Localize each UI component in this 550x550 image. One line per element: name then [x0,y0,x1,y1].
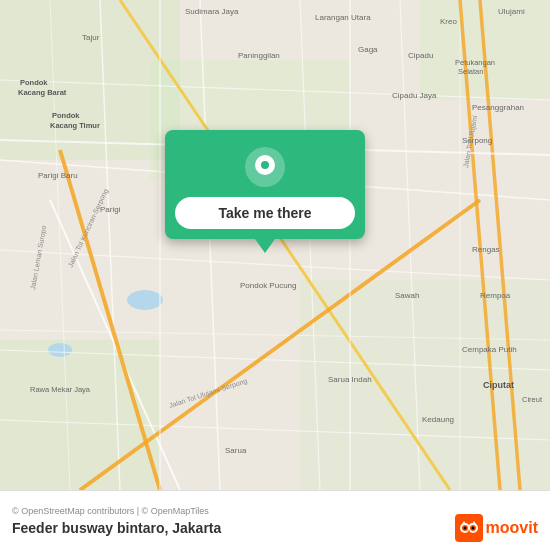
svg-text:Parigi: Parigi [100,205,121,214]
svg-text:Cireut: Cireut [522,395,543,404]
svg-text:Cipadu: Cipadu [408,51,433,60]
svg-text:Sarua Indah: Sarua Indah [328,375,372,384]
svg-point-73 [471,527,474,530]
svg-text:Rawa Mekar Jaya: Rawa Mekar Jaya [30,385,91,394]
location-popup: Take me there [165,130,365,239]
svg-text:Pondok Pucung: Pondok Pucung [240,281,297,290]
svg-text:Kacang Barat: Kacang Barat [18,88,67,97]
svg-text:Rempoa: Rempoa [480,291,511,300]
svg-text:Gaga: Gaga [358,45,378,54]
svg-point-7 [48,343,72,357]
svg-point-72 [463,527,466,530]
svg-text:Pondok: Pondok [20,78,48,87]
take-me-there-button[interactable]: Take me there [175,197,355,229]
svg-text:Cempaka Putih: Cempaka Putih [462,345,517,354]
svg-text:Parigi Baru: Parigi Baru [38,171,78,180]
svg-text:Petukangan: Petukangan [455,58,495,67]
svg-point-6 [127,290,163,310]
svg-text:Larangan Utara: Larangan Utara [315,13,371,22]
moovit-brand-name: moovit [486,519,538,537]
svg-text:Ulujami: Ulujami [498,7,525,16]
svg-text:Tajur: Tajur [82,33,100,42]
svg-text:Rengas: Rengas [472,245,500,254]
svg-text:Kacang Timur: Kacang Timur [50,121,100,130]
svg-text:Kreo: Kreo [440,17,457,26]
bottom-bar: © OpenStreetMap contributors | © OpenMap… [0,490,550,550]
location-pin-icon [243,145,287,189]
svg-text:Sarua: Sarua [225,446,247,455]
map-container: Sudimara Jaya Larangan Utara Kreo Ulujam… [0,0,550,490]
svg-text:Kedaung: Kedaung [422,415,454,424]
svg-text:Sawah: Sawah [395,291,419,300]
svg-text:Cipadu Jaya: Cipadu Jaya [392,91,437,100]
svg-text:Pesanggrahan: Pesanggrahan [472,103,524,112]
svg-text:Paninggilan: Paninggilan [238,51,280,60]
svg-text:Pondok: Pondok [52,111,80,120]
svg-text:Sudimara Jaya: Sudimara Jaya [185,7,239,16]
svg-text:Ciputat: Ciputat [483,380,514,390]
svg-point-66 [261,161,269,169]
moovit-brand-icon [455,514,483,542]
svg-text:Selatan: Selatan [458,67,483,76]
moovit-logo: moovit [455,514,538,542]
